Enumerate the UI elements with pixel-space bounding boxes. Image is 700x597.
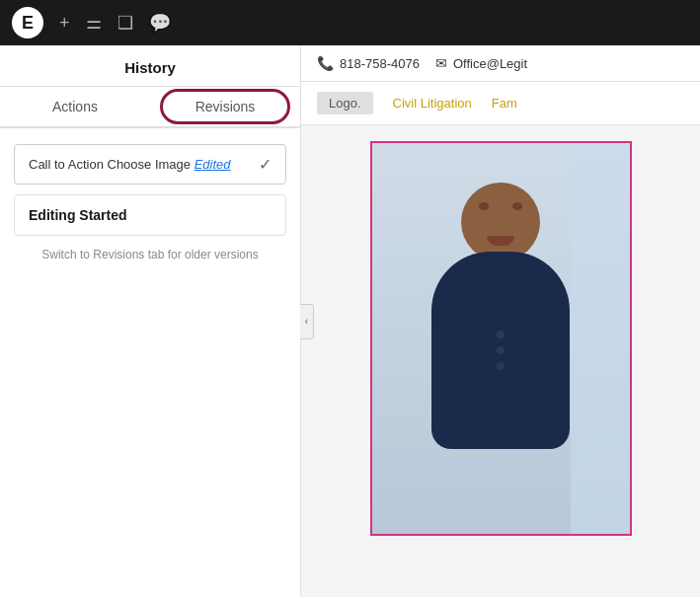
nav-logo-button[interactable]: Logo. (317, 92, 373, 114)
site-header: 📞 818-758-4076 ✉ Office@Legit (301, 45, 700, 82)
panel-content: Call to Action Choose Image Edited ✓ Edi… (0, 128, 300, 597)
email-address: Office@Legit (453, 56, 527, 71)
phone-number: 818-758-4076 (340, 56, 420, 71)
email-icon: ✉ (435, 55, 447, 71)
nav-link-family[interactable]: Fam (492, 96, 517, 111)
action-item-call-to-action[interactable]: Call to Action Choose Image Edited ✓ (14, 144, 286, 185)
toolbar: E + ⚌ ❑ 💬 (0, 0, 700, 45)
checkmark-icon: ✓ (259, 155, 272, 174)
hint-text: Switch to Revisions tab for older versio… (14, 248, 286, 261)
editing-started-item: Editing Started (14, 194, 286, 236)
edited-link[interactable]: Edited (194, 157, 231, 172)
plus-icon[interactable]: + (59, 13, 70, 34)
collapse-panel-handle[interactable]: ‹ (300, 304, 314, 339)
phone-contact: 📞 818-758-4076 (317, 55, 420, 71)
tab-revisions[interactable]: Revisions (150, 87, 300, 126)
person-head (461, 183, 540, 261)
sliders-icon[interactable]: ⚌ (86, 12, 102, 34)
layers-icon[interactable]: ❑ (117, 12, 133, 34)
person-figure (372, 143, 630, 534)
history-panel: History Actions Revisions Call to Action… (0, 45, 301, 597)
photo-frame (370, 141, 632, 536)
phone-icon: 📞 (317, 55, 334, 71)
site-nav: Logo. Civil Litigation Fam (301, 82, 700, 125)
action-item-label: Call to Action Choose Image Edited (29, 157, 251, 172)
panel-title: History (0, 45, 300, 87)
elementor-logo[interactable]: E (12, 7, 43, 38)
person-body (431, 252, 570, 449)
email-contact: ✉ Office@Legit (435, 55, 527, 71)
tabs-row: Actions Revisions (0, 87, 300, 128)
tab-actions[interactable]: Actions (0, 87, 150, 126)
nav-link-civil-litigation[interactable]: Civil Litigation (393, 96, 472, 111)
site-preview: 📞 818-758-4076 ✉ Office@Legit Logo. Civi… (301, 45, 700, 597)
main-area: History Actions Revisions Call to Action… (0, 45, 700, 597)
site-content (301, 125, 700, 597)
chat-icon[interactable]: 💬 (149, 12, 171, 34)
